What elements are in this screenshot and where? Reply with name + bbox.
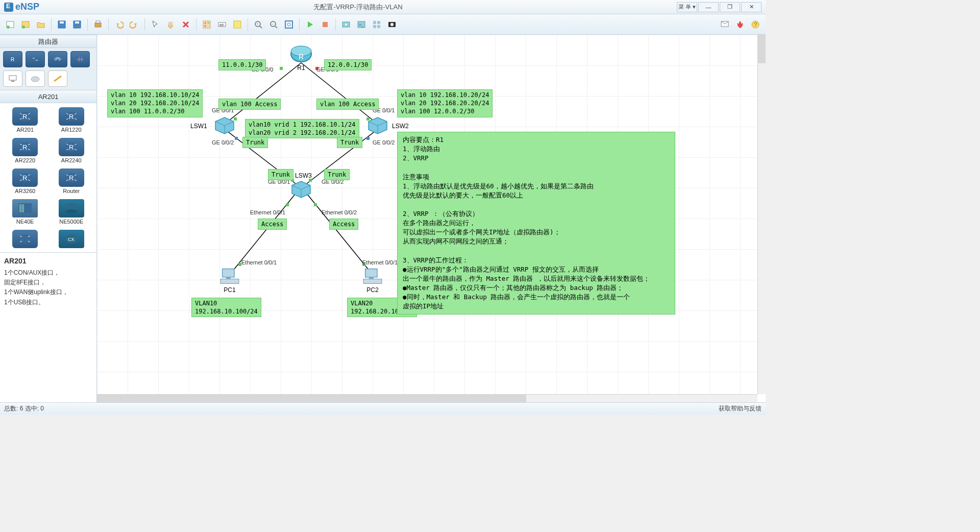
svg-text:R: R — [69, 113, 74, 120]
tag-vlan100-right[interactable]: vlan 100 Access — [316, 99, 379, 110]
port-pc1-e001: Ethernet 0/0/1 — [241, 259, 277, 265]
huawei-button[interactable] — [733, 17, 747, 32]
device-detail-panel: AR201 1个CON/AUX接口， 固定8FE接口， 1个WAN侧uplink… — [0, 252, 96, 402]
tag-pc1[interactable]: VLAN10 192.168.10.100/24 — [191, 298, 261, 317]
start-button[interactable] — [303, 17, 317, 32]
category-connection[interactable] — [48, 70, 67, 87]
device-router[interactable]: RRouter — [50, 167, 94, 195]
toolbar: ab + – >_ ? — [0, 14, 766, 35]
node-lsw2[interactable]: LSW2 — [366, 116, 389, 135]
svg-point-61 — [65, 209, 78, 213]
message-button[interactable] — [718, 17, 732, 32]
tag-trunk4[interactable]: Trunk — [324, 169, 350, 180]
category-cloud[interactable] — [26, 70, 45, 87]
undo-button[interactable] — [112, 17, 126, 32]
device-ar1220[interactable]: RAR1220 — [50, 106, 94, 134]
device-ar2240[interactable]: RAR2240 — [50, 137, 94, 164]
category-header: 路由器 — [0, 35, 96, 48]
category-pc[interactable] — [3, 70, 22, 87]
new-project-button[interactable] — [18, 17, 33, 32]
svg-text:R: R — [22, 174, 27, 182]
category-switch[interactable] — [26, 51, 45, 67]
tag-access2[interactable]: Access — [329, 219, 358, 230]
device-ar3260[interactable]: RAR3260 — [3, 167, 47, 195]
tag-ip-r1-left[interactable]: 11.0.0.1/30 — [218, 59, 266, 70]
cli-button[interactable]: >_ — [354, 17, 369, 32]
node-lsw1[interactable]: LSW1 — [213, 116, 236, 135]
device-extra2[interactable]: CX — [50, 229, 94, 249]
open-button[interactable] — [34, 17, 48, 32]
tag-trunk3[interactable]: Trunk — [268, 169, 293, 180]
delete-button[interactable] — [179, 17, 193, 32]
device-extra1[interactable] — [3, 229, 47, 249]
app-logo: eNSP — [4, 2, 39, 12]
tag-lsw1-vlans[interactable]: vlan 10 192.168.10.10/24 vlan 20 192.168… — [107, 89, 203, 117]
new-topo-button[interactable] — [3, 17, 17, 32]
node-pc2[interactable]: PC2 — [361, 267, 384, 294]
svg-point-13 — [205, 25, 206, 27]
category-router[interactable]: R — [3, 51, 22, 67]
zoom-out-button[interactable]: – — [266, 17, 281, 32]
canvas-scrollbar-v[interactable] — [757, 35, 766, 394]
tag-trunk1[interactable]: Trunk — [242, 137, 268, 148]
category-firewall[interactable] — [70, 51, 90, 67]
device-list[interactable]: RAR201 RAR1220 RAR2220 RAR2240 RAR3260 R… — [0, 103, 96, 252]
port-lsw3-e002: Ethernet 0/0/2 — [322, 209, 357, 215]
print-button[interactable] — [91, 17, 105, 32]
window-title: 无配置-VRRP-浮动路由-VLAN — [39, 3, 677, 12]
pan-tool[interactable] — [163, 17, 178, 32]
svg-rect-57 — [19, 204, 21, 212]
zoom-fit-button[interactable] — [282, 17, 296, 32]
save-as-button[interactable] — [70, 17, 84, 32]
svg-point-22 — [287, 23, 290, 26]
capture-button[interactable] — [339, 17, 353, 32]
topology-canvas[interactable]: R R1 LSW1 LSW2 LSW3 PC1 PC2 — [97, 35, 766, 402]
stop-button[interactable] — [318, 17, 332, 32]
zoom-in-button[interactable]: + — [251, 17, 265, 32]
status-count: 总数: 6 选中: 0 — [4, 404, 44, 413]
topology-note[interactable]: 内容要点：R1 1、浮动路由 2、VRRP 注意事项 1、浮动路由默认是优先级是… — [397, 132, 675, 315]
node-lsw3[interactable]: LSW3 — [290, 180, 312, 199]
select-tool[interactable] — [148, 17, 162, 32]
svg-line-66 — [301, 63, 378, 124]
svg-text:+: + — [256, 21, 259, 27]
save-button[interactable] — [55, 17, 69, 32]
screenshot-button[interactable] — [385, 17, 399, 32]
canvas-scrollbar-h[interactable] — [97, 394, 757, 402]
svg-rect-41 — [9, 76, 16, 80]
device-ar201[interactable]: RAR201 — [3, 106, 47, 134]
redo-button[interactable] — [127, 17, 141, 32]
svg-text:R: R — [69, 143, 74, 151]
tag-trunk2[interactable]: Trunk — [337, 137, 362, 148]
tag-ip-r1-right[interactable]: 12.0.0.1/30 — [324, 59, 372, 70]
text-tool[interactable]: ab — [215, 17, 229, 32]
help-button[interactable]: ? — [748, 17, 763, 32]
palette-button[interactable] — [200, 17, 214, 32]
status-help-link[interactable]: 获取帮助与反馈 — [719, 404, 762, 413]
svg-text:–: – — [272, 21, 274, 27]
tag-lsw2-vlans[interactable]: vlan 10 192.168.10.20/24 vlan 20 192.168… — [397, 89, 493, 117]
title-bar: eNSP 无配置-VRRP-浮动路由-VLAN 菜 单▾ — ❐ ✕ — [0, 0, 766, 14]
device-ne5000e[interactable]: NE5000E — [50, 198, 94, 226]
tag-vrrp[interactable]: vlan10 vrid 1 192.168.10.1/24 vlan20 vri… — [245, 119, 359, 138]
svg-rect-91 — [363, 279, 382, 283]
tag-access1[interactable]: Access — [258, 219, 287, 230]
node-pc1[interactable]: PC1 — [218, 267, 241, 294]
svg-rect-71 — [280, 67, 283, 70]
menu-button[interactable]: 菜 单▾ — [677, 2, 697, 12]
node-r1[interactable]: R R1 — [290, 45, 312, 71]
tag-vlan100-left[interactable]: vlan 100 Access — [218, 99, 281, 110]
category-wlan[interactable] — [48, 51, 67, 67]
svg-point-3 — [22, 26, 25, 29]
minimize-button[interactable]: — — [698, 2, 719, 12]
close-button[interactable]: ✕ — [741, 2, 762, 12]
svg-rect-9 — [96, 21, 100, 23]
svg-rect-87 — [226, 277, 231, 279]
svg-point-1 — [7, 26, 10, 29]
category-grid: R — [0, 48, 96, 90]
device-ne40e[interactable]: NE40E — [3, 198, 47, 226]
layout-button[interactable] — [370, 17, 384, 32]
device-ar2220[interactable]: RAR2220 — [3, 137, 47, 164]
note-tool[interactable] — [230, 17, 244, 32]
maximize-button[interactable]: ❐ — [720, 2, 740, 12]
